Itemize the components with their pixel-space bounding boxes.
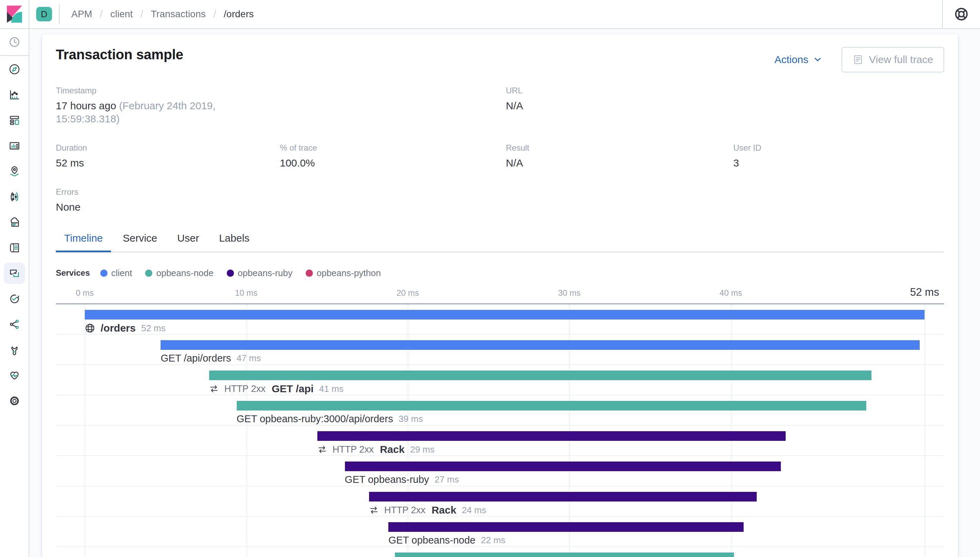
transaction-icon xyxy=(369,505,379,515)
breadcrumb-item-apm[interactable]: APM xyxy=(72,9,93,20)
field-value: N/A xyxy=(506,156,733,169)
sidebar-item-maps[interactable] xyxy=(0,158,29,184)
sidebar-item-monitoring[interactable] xyxy=(0,363,29,388)
field-label: % of trace xyxy=(280,143,506,153)
legend-dot xyxy=(145,270,152,277)
duration-label: 24 ms xyxy=(462,505,486,516)
sidebar-item-dev-tools[interactable] xyxy=(0,337,29,363)
breadcrumb-separator: / xyxy=(140,8,143,20)
transaction-metadata: Timestamp17 hours ago (February 24th 201… xyxy=(56,85,944,214)
space-avatar[interactable]: D xyxy=(36,7,52,21)
devtools-icon xyxy=(9,344,20,356)
legend-item-opbeans-ruby: opbeans-ruby xyxy=(227,268,293,278)
field-label: URL xyxy=(506,85,733,96)
transaction-name: Rack xyxy=(380,444,405,455)
tab-user[interactable]: User xyxy=(169,232,207,252)
transaction-name: Rack xyxy=(431,504,456,516)
transaction-bar[interactable] xyxy=(85,310,925,319)
span-name: GET opbeans-ruby:3000/api/orders xyxy=(237,413,393,425)
sidebar-item-logs[interactable] xyxy=(0,235,29,261)
breadcrumb-separator: / xyxy=(213,8,216,20)
transaction-bar[interactable] xyxy=(369,492,757,502)
span-label[interactable]: GET opbeans-ruby27 ms xyxy=(345,474,459,485)
duration-label: 47 ms xyxy=(236,353,261,364)
field--of-trace: % of trace100.0% xyxy=(280,143,506,169)
sidebar xyxy=(0,29,29,557)
field-user-id: User ID3 xyxy=(733,143,944,169)
sidebar-item-machine-learning[interactable] xyxy=(0,184,29,210)
waterfall-row: HTTP 2xxGET /api21 ms xyxy=(56,547,944,557)
waterfall-row: HTTP 2xxRack24 ms xyxy=(56,486,944,517)
field-url: URLN/A xyxy=(506,85,733,125)
tab-timeline[interactable]: Timeline xyxy=(56,232,111,252)
waterfall-row: HTTP 2xxGET /api41 ms xyxy=(56,365,944,395)
monitoring-icon xyxy=(9,370,20,381)
view-full-trace-button[interactable]: View full trace xyxy=(842,47,944,72)
actions-dropdown[interactable]: Actions xyxy=(774,54,822,65)
field-timestamp: Timestamp17 hours ago (February 24th 201… xyxy=(56,85,280,125)
legend-dot xyxy=(306,270,313,277)
breadcrumb-item-orders: /orders xyxy=(224,9,254,20)
transaction-label[interactable]: HTTP 2xxRack29 ms xyxy=(317,444,434,455)
span-bar[interactable] xyxy=(345,461,781,471)
services-legend: Services clientopbeans-nodeopbeans-rubyo… xyxy=(56,266,944,280)
transaction-name: GET /api xyxy=(271,383,314,395)
transaction-bar[interactable] xyxy=(395,552,734,557)
field-duration: Duration52 ms xyxy=(56,143,280,169)
field-errors: ErrorsNone xyxy=(56,187,280,214)
span-label[interactable]: GET /api/orders47 ms xyxy=(161,353,261,364)
legend-item-opbeans-node: opbeans-node xyxy=(145,268,213,278)
document-icon xyxy=(853,54,863,65)
span-name: GET /api/orders xyxy=(161,353,231,364)
duration-label: 39 ms xyxy=(399,414,423,424)
field-value: 100.0% xyxy=(280,156,506,169)
span-label[interactable]: GET opbeans-node22 ms xyxy=(388,534,505,546)
recently-viewed-icon[interactable] xyxy=(0,29,29,56)
compass-icon xyxy=(9,64,20,75)
page-title: Transaction sample xyxy=(56,47,183,62)
transaction-bar[interactable] xyxy=(209,371,871,380)
sidebar-item-graph[interactable] xyxy=(0,311,29,337)
kibana-logo[interactable] xyxy=(0,0,29,28)
field-label: Timestamp xyxy=(56,85,280,96)
tab-labels[interactable]: Labels xyxy=(211,232,258,252)
transaction-bar[interactable] xyxy=(317,431,786,441)
sidebar-item-infrastructure[interactable] xyxy=(0,210,29,235)
result-badge: HTTP 2xx xyxy=(224,384,266,394)
span-bar[interactable] xyxy=(237,401,867,410)
globe-icon xyxy=(85,323,95,333)
transaction-label[interactable]: HTTP 2xxRack24 ms xyxy=(369,504,486,516)
field-result: ResultN/A xyxy=(506,143,733,169)
sidebar-item-canvas[interactable] xyxy=(0,133,29,158)
sidebar-item-discover[interactable] xyxy=(0,57,29,82)
waterfall-row: GET /api/orders47 ms xyxy=(56,335,944,365)
sidebar-item-uptime[interactable] xyxy=(0,286,29,311)
sidebar-item-visualize[interactable] xyxy=(0,82,29,107)
breadcrumb-item-client[interactable]: client xyxy=(110,9,133,20)
top-bar: D APM/client/Transactions//orders xyxy=(0,0,980,29)
field-label: Result xyxy=(506,143,733,153)
sidebar-item-management[interactable] xyxy=(0,388,29,414)
legend-item-opbeans-python: opbeans-python xyxy=(306,268,381,278)
span-bar[interactable] xyxy=(161,340,920,350)
waterfall-row: GET opbeans-node22 ms xyxy=(56,517,944,547)
help-icon[interactable] xyxy=(943,7,980,21)
graph-icon xyxy=(9,319,20,330)
span-label[interactable]: GET opbeans-ruby:3000/api/orders39 ms xyxy=(237,413,423,425)
legend-title: Services xyxy=(56,268,90,278)
duration-label: 27 ms xyxy=(434,474,459,485)
visualize-icon xyxy=(9,89,20,101)
transaction-icon xyxy=(317,445,327,454)
duration-label: 41 ms xyxy=(319,384,343,394)
legend-dot xyxy=(100,270,107,277)
sidebar-item-dashboard[interactable] xyxy=(0,107,29,133)
breadcrumb-item-transactions[interactable]: Transactions xyxy=(151,9,206,20)
field-label: Errors xyxy=(56,187,280,197)
field-value: None xyxy=(56,200,280,214)
tab-service[interactable]: Service xyxy=(114,232,166,252)
field-value: N/A xyxy=(506,99,733,112)
span-bar[interactable] xyxy=(388,522,744,532)
transaction-label[interactable]: HTTP 2xxGET /api41 ms xyxy=(209,383,343,395)
transaction-label[interactable]: /orders52 ms xyxy=(85,322,166,334)
sidebar-item-apm[interactable] xyxy=(0,261,29,286)
